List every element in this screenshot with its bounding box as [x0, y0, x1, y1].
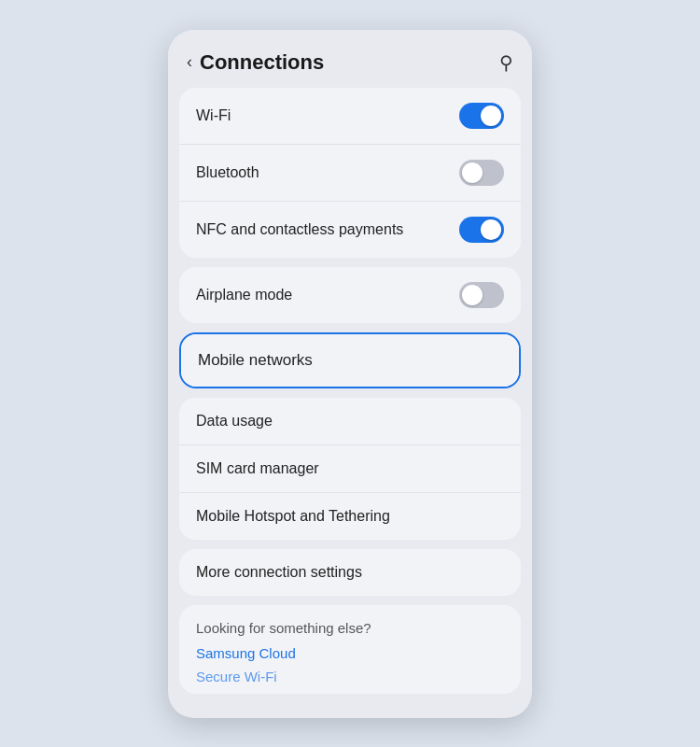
bluetooth-toggle[interactable] [459, 160, 504, 186]
bluetooth-label: Bluetooth [196, 164, 259, 181]
secure-wifi-link[interactable]: Secure Wi-Fi [196, 669, 504, 688]
back-icon[interactable]: ‹ [187, 52, 192, 72]
page-title: Connections [200, 50, 324, 75]
wifi-toggle-knob [481, 106, 501, 126]
data-usage-row[interactable]: Data usage [179, 398, 521, 445]
airplane-section: Airplane mode [179, 267, 521, 323]
bluetooth-row[interactable]: Bluetooth [179, 145, 521, 202]
sim-card-label: SIM card manager [196, 460, 319, 477]
wifi-toggle[interactable] [459, 103, 504, 129]
hotspot-label: Mobile Hotspot and Tethering [196, 508, 390, 525]
nfc-row[interactable]: NFC and contactless payments [179, 202, 521, 258]
mobile-networks-row[interactable]: Mobile networks [181, 334, 519, 387]
nfc-toggle-knob [481, 219, 501, 240]
toggle-section-1: Wi-Fi Bluetooth NFC and contactless paym… [179, 88, 521, 258]
airplane-toggle[interactable] [459, 282, 504, 308]
bottom-section: Looking for something else? Samsung Clou… [179, 605, 521, 694]
airplane-toggle-knob [462, 285, 483, 305]
data-usage-label: Data usage [196, 413, 273, 430]
hotspot-row[interactable]: Mobile Hotspot and Tethering [179, 493, 521, 540]
wifi-row[interactable]: Wi-Fi [179, 88, 521, 145]
more-settings-label: More connection settings [196, 564, 362, 581]
header-left: ‹ Connections [187, 50, 324, 75]
mobile-networks-card[interactable]: Mobile networks [179, 332, 521, 388]
nfc-label: NFC and contactless payments [196, 221, 403, 238]
more-settings-section[interactable]: More connection settings [179, 549, 521, 596]
phone-card: ‹ Connections ⚲ Wi-Fi Bluetooth NFC and … [168, 30, 532, 718]
looking-label: Looking for something else? [196, 620, 504, 636]
nfc-toggle[interactable] [459, 217, 504, 243]
airplane-label: Airplane mode [196, 287, 292, 303]
more-settings-row[interactable]: More connection settings [179, 549, 521, 596]
bluetooth-toggle-knob [462, 162, 483, 183]
mobile-networks-label: Mobile networks [198, 351, 313, 370]
header: ‹ Connections ⚲ [168, 30, 532, 88]
wifi-label: Wi-Fi [196, 107, 231, 124]
airplane-row[interactable]: Airplane mode [179, 267, 521, 323]
sim-card-row[interactable]: SIM card manager [179, 445, 521, 493]
samsung-cloud-link[interactable]: Samsung Cloud [196, 645, 504, 661]
search-icon[interactable]: ⚲ [499, 51, 513, 74]
list-section: Data usage SIM card manager Mobile Hotsp… [179, 398, 521, 540]
